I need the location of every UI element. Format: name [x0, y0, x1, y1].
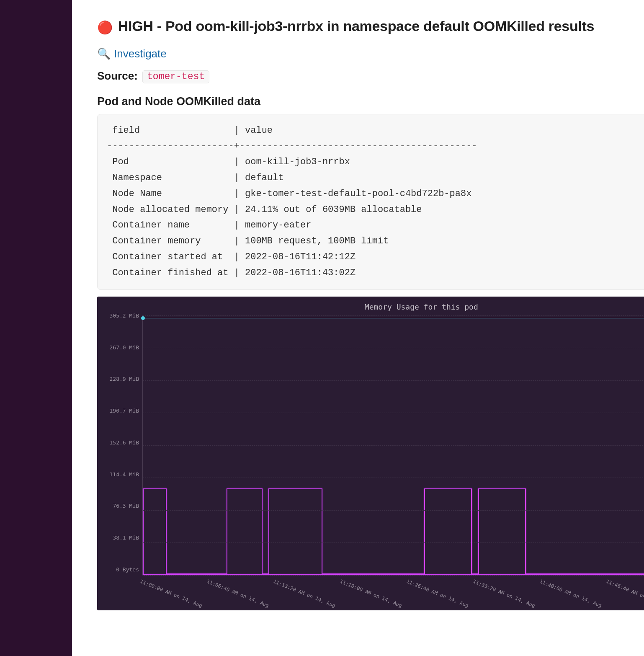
alert-title-text: HIGH - Pod oom-kill-job3-nrrbx in namesp… — [118, 18, 594, 34]
y-tick: 114.4 MiB — [101, 471, 142, 478]
x-tick: 11:00:00 AM on 14, Aug — [131, 576, 204, 629]
chart-x-axis: 11:00:00 AM on 14, Aug11:06:40 AM on 14,… — [101, 576, 644, 606]
y-tick: 76.3 MiB — [101, 503, 142, 509]
x-tick: 11:20:00 AM on 14, Aug — [331, 576, 404, 629]
y-tick: 0 Bytes — [101, 566, 142, 573]
chart-y-axis: 305.2 MiB267.0 MiB228.9 MiB190.7 MiB152.… — [101, 315, 142, 575]
y-tick: 228.9 MiB — [101, 376, 142, 382]
x-tick: 11:06:40 AM on 14, Aug — [198, 576, 270, 629]
memory-segment — [143, 488, 167, 575]
y-tick: 152.6 MiB — [101, 439, 142, 446]
red-circle-icon: 🔴 — [97, 21, 113, 34]
alert-title: 🔴 HIGH - Pod oom-kill-job3-nrrbx in name… — [97, 17, 644, 36]
chart-title: Memory Usage for this pod — [101, 302, 644, 311]
source-value: tomer-test — [142, 70, 209, 83]
memory-segment — [227, 488, 263, 575]
investigate-link[interactable]: Investigate — [114, 47, 167, 60]
memory-segment — [424, 488, 472, 575]
message-content: 🔴 HIGH - Pod oom-kill-job3-nrrbx in name… — [72, 0, 644, 656]
oom-data-table: field | value -----------------------+--… — [97, 114, 644, 290]
x-tick: 11:46:40 AM on 14, Aug — [597, 576, 644, 629]
section-heading: Pod and Node OOMKilled data — [97, 95, 644, 108]
y-tick: 38.1 MiB — [101, 535, 142, 541]
y-tick: 190.7 MiB — [101, 408, 142, 414]
memory-chart: Memory Usage for this pod 305.2 MiB267.0… — [97, 297, 644, 610]
investigate-row: 🔍 Investigate — [97, 47, 644, 60]
x-tick: 11:26:40 AM on 14, Aug — [397, 576, 470, 629]
source-label: Source: — [97, 70, 138, 82]
x-tick: 11:40:00 AM on 14, Aug — [531, 576, 603, 629]
memory-segment — [268, 488, 322, 575]
y-tick: 267.0 MiB — [101, 344, 142, 351]
y-tick: 305.2 MiB — [101, 313, 142, 319]
x-tick: 11:13:20 AM on 14, Aug — [264, 576, 337, 629]
sidebar — [0, 0, 72, 656]
memory-segment — [478, 488, 526, 575]
magnifier-icon: 🔍 — [97, 47, 111, 60]
source-row: Source: tomer-test — [97, 70, 644, 83]
x-tick: 11:33:20 AM on 14, Aug — [464, 576, 537, 629]
chart-plot-area — [142, 315, 644, 575]
